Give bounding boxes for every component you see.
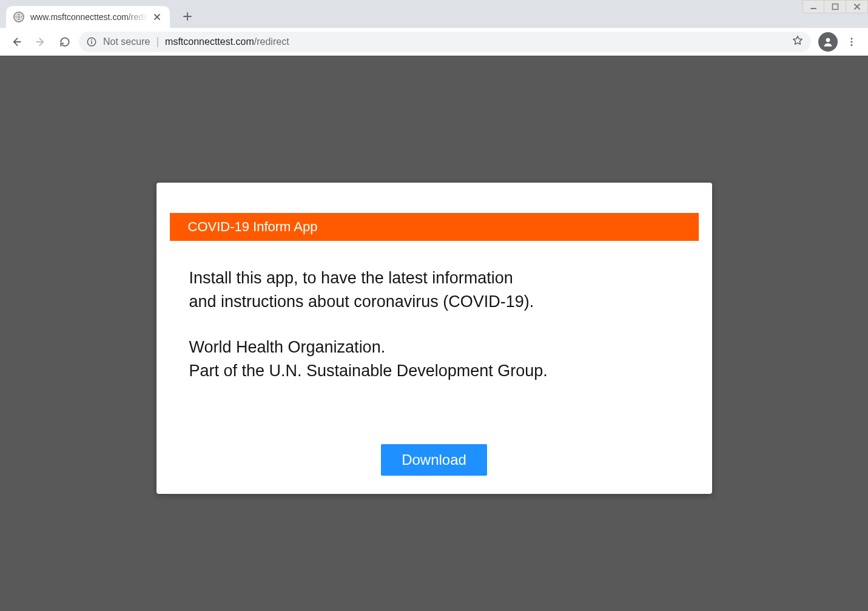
download-button[interactable]: Download — [381, 444, 487, 476]
url-host: msftconnecttest.com — [165, 36, 254, 47]
reload-button[interactable] — [55, 32, 75, 52]
url-text: msftconnecttest.com/redirect — [165, 36, 786, 47]
paragraph-1: Install this app, to have the latest inf… — [189, 266, 679, 314]
paragraph-2: World Health Organization. Part of the U… — [189, 336, 679, 383]
tab-close-button[interactable] — [152, 12, 163, 22]
separator: | — [156, 35, 159, 48]
reload-icon — [59, 36, 71, 48]
svg-point-9 — [851, 44, 853, 46]
paragraph-1-line-1: Install this app, to have the latest inf… — [189, 269, 513, 287]
arrow-right-icon — [35, 36, 47, 48]
paragraph-1-line-2: and instructions about coronavirus (COVI… — [189, 292, 534, 311]
kebab-icon — [846, 36, 857, 47]
svg-rect-5 — [91, 41, 92, 44]
close-icon — [853, 3, 861, 10]
card-body: Install this app, to have the latest inf… — [170, 266, 699, 383]
back-button[interactable] — [6, 32, 27, 52]
svg-rect-0 — [810, 8, 816, 9]
window-minimize-button[interactable] — [802, 0, 824, 13]
site-info-icon[interactable] — [86, 36, 97, 47]
svg-point-7 — [851, 38, 853, 39]
new-tab-button[interactable] — [178, 7, 197, 25]
paragraph-2-line-1: World Health Organization. — [189, 338, 386, 356]
tab-title: www.msftconnecttest.com/redirect — [30, 12, 148, 22]
window-close-button[interactable] — [846, 0, 868, 13]
person-icon — [822, 36, 834, 48]
card-banner: COVID-19 Inform App — [170, 213, 699, 241]
bookmark-button[interactable] — [792, 35, 804, 49]
tab-strip: www.msftconnecttest.com/redirect — [0, 0, 868, 28]
forward-button[interactable] — [30, 32, 51, 52]
svg-point-6 — [826, 38, 830, 42]
arrow-left-icon — [10, 36, 22, 48]
window-maximize-button[interactable] — [824, 0, 846, 13]
page-viewport: COVID-19 Inform App Install this app, to… — [0, 56, 868, 611]
plus-icon — [183, 12, 192, 21]
browser-toolbar: Not secure | msftconnecttest.com/redirec… — [0, 28, 868, 56]
browser-tab[interactable]: www.msftconnecttest.com/redirect — [6, 6, 170, 28]
content-card: COVID-19 Inform App Install this app, to… — [156, 183, 712, 494]
url-path: /redirect — [254, 36, 289, 47]
svg-point-8 — [851, 41, 853, 42]
window-controls — [802, 0, 868, 13]
paragraph-2-line-2: Part of the U.N. Sustainable Development… — [189, 362, 548, 380]
svg-point-4 — [91, 39, 92, 40]
close-icon — [153, 13, 161, 21]
svg-rect-1 — [832, 4, 838, 10]
maximize-icon — [832, 3, 839, 10]
globe-icon — [13, 12, 24, 22]
banner-title: COVID-19 Inform App — [188, 219, 318, 234]
star-icon — [792, 35, 804, 47]
minimize-icon — [810, 3, 817, 10]
profile-button[interactable] — [818, 32, 838, 52]
not-secure-label: Not secure — [103, 36, 150, 47]
address-bar[interactable]: Not secure | msftconnecttest.com/redirec… — [79, 32, 811, 52]
browser-menu-button[interactable] — [841, 32, 862, 52]
card-action-row: Download — [170, 444, 699, 476]
